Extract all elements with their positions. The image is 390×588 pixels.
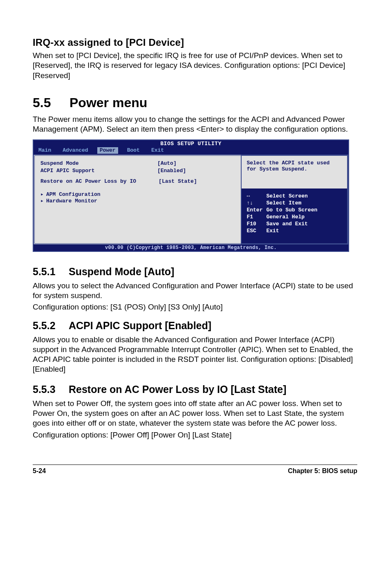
page-footer: 5-24 Chapter 5: BIOS setup [33, 465, 357, 475]
chevron-right-icon: ▸ [40, 191, 46, 197]
bios-help-text: Select the ACPI state used for System Su… [242, 156, 347, 189]
bios-main-area: Suspend Mode [Auto] ACPI APIC Support [E… [34, 155, 241, 245]
text-5-5-3b: Configuration options: [Power Off] [Powe… [33, 430, 357, 440]
heading-irq: IRQ-xx assigned to [PCI Device] [33, 37, 357, 48]
bios-value: [Last State] [155, 178, 235, 185]
heading-title: Power menu [69, 95, 147, 110]
bios-tab-main[interactable]: Main [36, 147, 54, 154]
bios-copyright: v00.00 (C)Copyright 1985-2003, American … [34, 245, 348, 251]
bios-tab-advanced[interactable]: Advanced [60, 147, 90, 154]
bios-key: F1 [247, 213, 266, 220]
chevron-right-icon: ▸ [40, 197, 46, 204]
bios-label: ACPI APIC Support [40, 167, 157, 175]
heading-number: 5.5.1 [33, 266, 69, 278]
bios-label: Suspend Mode [40, 160, 157, 167]
text-5-5-2: Allows you to enable or disable the Adva… [33, 335, 357, 375]
text-5-5-1a: Allows you to select the Advanced Config… [33, 281, 357, 301]
chapter-label: Chapter 5: BIOS setup [288, 467, 357, 475]
bios-body: Suspend Mode [Auto] ACPI APIC Support [E… [34, 155, 348, 245]
bios-label: Restore on AC Power Loss by IO [40, 178, 155, 185]
bios-value: [Enabled] [157, 167, 235, 175]
bios-sub-apm[interactable]: ▸APM Configuration [40, 191, 235, 197]
heading-number: 5.5.3 [33, 384, 69, 395]
heading-5-5-3: 5.5.3Restore on AC Power Loss by IO [Las… [33, 384, 357, 395]
bios-key: ESC [247, 227, 266, 234]
text-5-5-1b: Configuration options: [S1 (POS) Only] [… [33, 302, 357, 312]
heading-title: ACPI APIC Support [Enabled] [69, 320, 211, 331]
bios-tab-bar: Main Advanced Power Boot Exit [34, 147, 348, 155]
bios-title: BIOS SETUP UTILITY [34, 140, 348, 147]
bios-panel: BIOS SETUP UTILITY Main Advanced Power B… [33, 139, 349, 252]
heading-5-5-2: 5.5.2ACPI APIC Support [Enabled] [33, 320, 357, 332]
bios-tab-boot[interactable]: Boot [125, 147, 142, 154]
bios-sub-hardware[interactable]: ▸Hardware Monitor [40, 197, 235, 204]
bios-key: Enter [247, 206, 266, 213]
page-content: IRQ-xx assigned to [PCI Device] When set… [0, 0, 390, 487]
bios-value: [Auto] [157, 160, 235, 167]
heading-5-5: 5.5Power menu [33, 95, 357, 110]
bios-side-area: Select the ACPI state used for System Su… [241, 155, 348, 245]
heading-number: 5.5 [33, 95, 69, 110]
text-irq: When set to [PCI Device], the specific I… [33, 51, 357, 81]
bios-key: ↔ [247, 193, 266, 200]
bios-key: ↑↓ [247, 200, 266, 206]
bios-key-action: Select Screen [266, 193, 307, 200]
bios-key-action: Go to Sub Screen [266, 206, 317, 213]
bios-key-legend: ↔Select Screen ↑↓Select Item EnterGo to … [242, 189, 347, 243]
heading-title: Suspend Mode [Auto] [69, 266, 174, 277]
text-5-5: The Power menu items allow you to change… [33, 114, 357, 135]
bios-row-acpi[interactable]: ACPI APIC Support [Enabled] [40, 167, 235, 175]
heading-number: 5.5.2 [33, 320, 69, 332]
bios-row-suspend[interactable]: Suspend Mode [Auto] [40, 160, 235, 167]
bios-key-action: Save and Exit [266, 220, 307, 227]
bios-sub-label: Hardware Monitor [46, 198, 97, 204]
heading-title: Restore on AC Power Loss by IO [Last Sta… [69, 384, 287, 395]
bios-tab-power[interactable]: Power [97, 147, 118, 154]
bios-key-action: Select Item [266, 200, 301, 206]
page-number: 5-24 [33, 467, 46, 475]
bios-sub-label: APM Configuration [46, 191, 101, 197]
text-5-5-3a: When set to Power Off, the system goes i… [33, 399, 357, 429]
bios-row-restore[interactable]: Restore on AC Power Loss by IO [Last Sta… [40, 178, 235, 185]
bios-key: F10 [247, 220, 266, 227]
bios-key-action: Exit [266, 227, 279, 234]
bios-tab-exit[interactable]: Exit [149, 147, 166, 154]
heading-5-5-1: 5.5.1Suspend Mode [Auto] [33, 266, 357, 278]
bios-key-action: General Help [266, 213, 305, 220]
